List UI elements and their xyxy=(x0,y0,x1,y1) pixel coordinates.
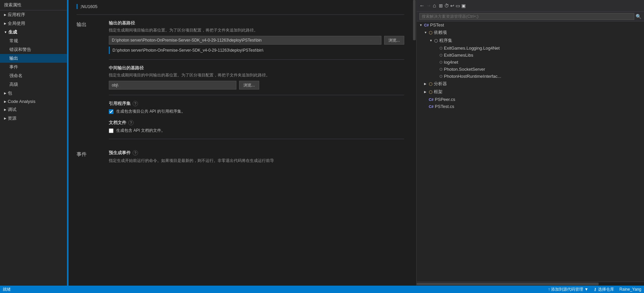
undo-icon[interactable]: ↩ xyxy=(450,3,454,8)
ref-icon: ⬡ xyxy=(440,60,443,64)
intermediate-output-title: 中间输出的基路径 xyxy=(109,65,404,71)
sidebar-item-debug[interactable]: ▶ 调试 xyxy=(0,105,67,114)
doc-file-checkbox[interactable] xyxy=(109,128,113,133)
tree-item-label: ExitGames.Logging.Log4Net xyxy=(444,46,500,51)
arrow-icon: ▼ xyxy=(4,31,7,34)
sync-icon[interactable]: ⊞ xyxy=(439,3,443,8)
sidebar-search-label: 搜索属性 xyxy=(0,0,67,10)
assembly-icon: ⬡ xyxy=(434,38,438,43)
output-base-path-group: 输出的基路径 指定生成期间项目输出的基位置。为了区分项目配置，将把子文件夹追加到… xyxy=(109,20,404,54)
reference-assembly-help-icon[interactable]: ? xyxy=(133,101,138,106)
solution-tree: ▼ C# PSTest ▼ ⬡ 依赖项 ▼ ⬡ 程序集 xyxy=(417,21,644,282)
sidebar-item-package[interactable]: ▶ 包 xyxy=(0,89,67,98)
tree-item-ref4[interactable]: ⬡ Photon.SocketServer xyxy=(417,66,644,73)
ref-icon: ⬡ xyxy=(440,53,443,57)
sidebar-item-strongname[interactable]: 强命名 xyxy=(0,71,67,80)
doc-file-title-row: 文档文件 ? xyxy=(109,120,404,126)
ref-icon: ⬡ xyxy=(440,46,443,50)
tree-item-ref2[interactable]: ⬡ ExitGamesLibs xyxy=(417,52,644,59)
reference-assembly-title-row: 引用程序集 ? xyxy=(109,101,404,107)
tree-item-ref3[interactable]: ⬡ log4net xyxy=(417,59,644,66)
sidebar-item-label: 资源 xyxy=(8,115,16,121)
home-icon[interactable]: ⌂ xyxy=(433,3,436,9)
output-section-label: 输出 xyxy=(77,20,103,144)
intermediate-output-group: 中间输出的基路径 指定生成期间项目的中间输出的基位置。为了区分项目配置，将把子文… xyxy=(109,65,404,90)
arrow-icon: ▶ xyxy=(424,90,427,94)
sidebar-item-label: 调试 xyxy=(8,107,16,113)
tree-item-label: 程序集 xyxy=(439,38,452,44)
sidebar-item-build[interactable]: ▼ 生成 xyxy=(0,28,67,37)
intermediate-path-input[interactable] xyxy=(109,81,236,90)
tree-item-label: 框架 xyxy=(434,89,443,95)
analyzer-icon: ⬡ xyxy=(429,81,432,86)
tree-item-pstest-cs[interactable]: C# PSTest.cs xyxy=(417,103,644,110)
tree-item-analyzers[interactable]: ▶ ⬡ 分析器 xyxy=(417,80,644,88)
solution-search-input[interactable] xyxy=(419,13,634,20)
tree-item-framework[interactable]: ▶ ⬡ 框架 xyxy=(417,88,644,96)
tree-item-ref5[interactable]: ⬡ PhotonHostRuntimeInterfac... xyxy=(417,73,644,80)
settings-content: ;NU1605 输出 输出的基路径 xyxy=(68,0,412,286)
right-h-scrollbar[interactable] xyxy=(417,282,644,286)
tree-item-pspeer[interactable]: C# PSPeer.cs xyxy=(417,96,644,103)
ref-icon: ⬡ xyxy=(440,74,443,78)
tree-item-label: 分析器 xyxy=(434,81,447,87)
arrow-icon: ▶ xyxy=(4,108,6,111)
output-base-path-desc: 指定生成期间项目输出的基位置。为了区分项目配置，将把子文件夹追加到此路径。 xyxy=(109,27,404,33)
output-browse-button[interactable]: 浏览... xyxy=(384,36,404,45)
status-user: Raine_Yang xyxy=(619,287,641,292)
arrow-icon: ▶ xyxy=(424,82,427,85)
sidebar-item-advanced[interactable]: 高级 xyxy=(0,80,67,89)
intermediate-browse-button[interactable]: 浏览... xyxy=(239,81,259,90)
tree-item-label: PSTest xyxy=(430,22,444,27)
reference-assembly-group: 引用程序集 ? 生成包含项目公共 API 的引用程序集。 xyxy=(109,101,404,114)
h-scrollbar-thumb xyxy=(417,283,599,285)
doc-file-help-icon[interactable]: ? xyxy=(128,120,134,125)
tree-item-label: PSPeer.cs xyxy=(435,97,455,102)
mid-divider1 xyxy=(109,59,404,60)
mid-divider3 xyxy=(109,139,404,139)
sidebar-item-general[interactable]: 常规 xyxy=(0,37,67,45)
cs-icon: C# xyxy=(424,23,429,27)
expand-icon[interactable]: ▣ xyxy=(461,3,466,8)
sidebar-item-codeanalysis[interactable]: ▶ Code Analysis xyxy=(0,98,67,105)
sidebar-item-app[interactable]: ▶ 应用程序 xyxy=(0,10,67,19)
arrow-icon: ▶ xyxy=(4,117,6,120)
search-icon[interactable]: 🔍 xyxy=(636,14,641,19)
sidebar-item-resources[interactable]: ▶ 资源 xyxy=(0,114,67,123)
pre-build-help-icon[interactable]: ? xyxy=(133,150,138,156)
arrow-icon: ▶ xyxy=(4,100,6,103)
arrow-icon: ▶ xyxy=(4,92,6,95)
sidebar: 搜索属性 ▶ 应用程序 ▶ 全局使用 ▼ 生成 常规 xyxy=(0,0,67,286)
status-select-repo[interactable]: ⚷ 选择仓库 xyxy=(594,287,614,292)
output-path-display: D:\photon server\Photon-OnPremise-Server… xyxy=(109,47,404,54)
sidebar-item-label: 强命名 xyxy=(9,73,22,78)
status-right: ↑ 添加到源代码管理 ▼ ⚷ 选择仓库 Raine_Yang xyxy=(548,287,641,292)
tree-item-deps[interactable]: ▼ ⬡ 依赖项 xyxy=(417,28,644,37)
status-add-source[interactable]: ↑ 添加到源代码管理 ▼ xyxy=(548,287,589,292)
events-section-label: 事件 xyxy=(77,150,103,164)
arrow-icon: ▼ xyxy=(429,39,433,42)
output-path-input[interactable] xyxy=(109,36,381,45)
sidebar-item-errors[interactable]: 错误和警告 xyxy=(0,45,67,54)
cs-icon: C# xyxy=(429,98,433,102)
settings-scrollbar[interactable] xyxy=(412,0,416,286)
reference-assembly-checkbox[interactable] xyxy=(109,109,113,114)
forward-icon[interactable]: → xyxy=(426,3,431,9)
pre-build-desc: 指定生成开始前运行的命令。如果项目是最新的，则不运行。非零退出代码将在生成运行前… xyxy=(109,158,404,164)
sidebar-item-events[interactable]: 事件 xyxy=(0,63,67,71)
tree-item-ref1[interactable]: ⬡ ExitGames.Logging.Log4Net xyxy=(417,45,644,52)
solution-search-bar: 🔍 xyxy=(417,12,644,21)
folder-icon: ⬡ xyxy=(429,30,432,35)
clock-icon[interactable]: ⏱ xyxy=(444,3,449,8)
doc-file-group: 文档文件 ? 生成包含 API 文档的文件。 xyxy=(109,120,404,133)
tree-item-pstest-root[interactable]: ▼ C# PSTest xyxy=(417,21,644,28)
back-icon[interactable]: ← xyxy=(419,3,425,9)
sidebar-item-output[interactable]: 输出 xyxy=(0,54,67,63)
tree-item-label: PhotonHostRuntimeInterfac... xyxy=(444,74,501,79)
solution-explorer-toolbar: ← → ⌂ ⊞ ⏱ ↩ ▭ ▣ xyxy=(417,0,644,12)
sidebar-item-global[interactable]: ▶ 全局使用 xyxy=(0,19,67,28)
tree-item-assemblies[interactable]: ▼ ⬡ 程序集 xyxy=(417,37,644,45)
window-icon[interactable]: ▭ xyxy=(456,3,460,8)
status-left: 就绪 xyxy=(3,287,11,292)
output-section-row: 输出 输出的基路径 指定生成期间项目输出的基位置。为了区分项目配置，将把子文件夹… xyxy=(77,20,404,144)
